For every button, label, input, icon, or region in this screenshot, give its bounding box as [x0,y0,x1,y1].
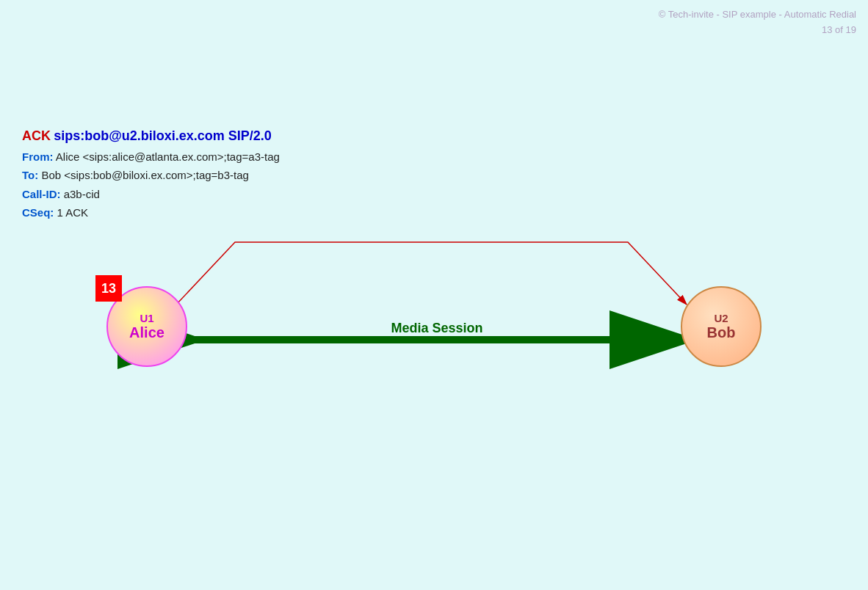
ack-uri: sips:bob@u2.biloxi.ex.com SIP/2.0 [54,128,272,143]
step-badge: 13 [95,275,122,302]
cseq-label: CSeq: [22,206,54,219]
bob-name-label: Bob [707,324,736,341]
sip-message: ACK sips:bob@u2.biloxi.ex.com SIP/2.0 Fr… [22,125,280,222]
media-session-label: Media Session [391,321,482,335]
callid-label: Call-ID: [22,188,61,200]
callid-line: Call-ID: a3b-cid [22,185,280,204]
cseq-value: 1 ACK [57,206,89,219]
ack-arrow [176,242,687,305]
bob-u-label: U2 [714,312,728,324]
from-value: Alice <sips:alice@atlanta.ex.com>;tag=a3… [56,150,280,163]
bob-node: U2 Bob [681,286,762,367]
from-line: From: Alice <sips:alice@atlanta.ex.com>;… [22,148,280,167]
watermark-line2: 13 of 19 [659,23,856,38]
callid-value: a3b-cid [64,188,100,200]
to-label: To: [22,169,38,181]
ack-method: ACK [22,128,51,143]
to-line: To: Bob <sips:bob@biloxi.ex.com>;tag=b3-… [22,166,280,185]
to-value: Bob <sips:bob@biloxi.ex.com>;tag=b3-tag [41,169,248,181]
alice-u-label: U1 [140,312,153,324]
watermark: © Tech-invite - SIP example - Automatic … [659,7,856,38]
alice-name-label: Alice [129,324,164,341]
watermark-line1: © Tech-invite - SIP example - Automatic … [659,7,856,23]
cseq-line: CSeq: 1 ACK [22,203,280,222]
from-label: From: [22,150,54,163]
ack-request-line: ACK sips:bob@u2.biloxi.ex.com SIP/2.0 [22,125,280,148]
